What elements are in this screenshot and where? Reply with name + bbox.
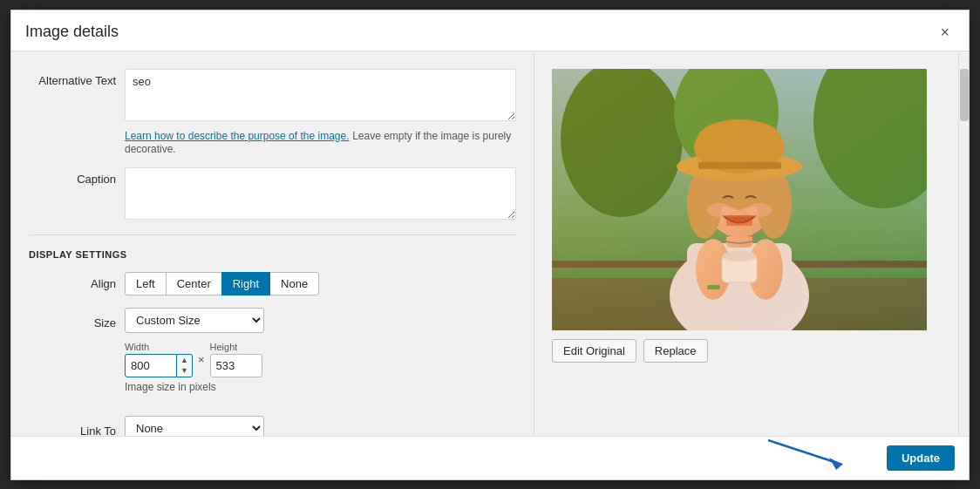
modal-overlay: Image details × Alternative Text seo Lea… <box>0 0 980 489</box>
alt-text-label: Alternative Text <box>29 69 125 87</box>
width-wrap: Width ▲ ▼ <box>125 342 193 377</box>
size-select[interactable]: Custom Size Thumbnail Medium Large Full … <box>125 308 264 333</box>
modal-close-button[interactable]: × <box>935 23 955 42</box>
replace-button[interactable]: Replace <box>643 339 708 363</box>
caption-input-wrap <box>125 167 516 222</box>
update-button[interactable]: Update <box>887 445 955 471</box>
dimensions-field-row: Width ▲ ▼ × <box>29 342 516 404</box>
modal-right-panel: Edit Original Replace <box>534 51 958 436</box>
image-preview-inner <box>552 69 927 330</box>
link-to-select-wrap: None Media File Attachment Page Custom U… <box>125 416 516 436</box>
modal-right-scroll: Edit Original Replace <box>534 51 969 436</box>
align-left-button[interactable]: Left <box>125 272 167 295</box>
align-field-row: Align Left Center Right None <box>29 272 516 295</box>
align-center-button[interactable]: Center <box>166 272 222 295</box>
image-preview <box>552 69 927 330</box>
width-label: Width <box>125 342 193 352</box>
section-divider <box>29 234 516 235</box>
arrow-annotation-svg <box>759 431 864 475</box>
size-field-row: Size Custom Size Thumbnail Medium Large … <box>29 308 516 333</box>
image-details-modal: Image details × Alternative Text seo Lea… <box>10 10 970 480</box>
display-settings-heading: DISPLAY SETTINGS <box>29 249 516 260</box>
width-input[interactable] <box>125 354 177 377</box>
align-buttons-wrap: Left Center Right None <box>125 272 516 295</box>
width-up-button[interactable]: ▲ <box>177 355 192 366</box>
size-label: Size <box>29 311 125 329</box>
alt-text-input-wrap: seo Learn how to describe the purpose of… <box>125 69 516 155</box>
dimensions-separator: × <box>198 353 205 366</box>
align-label: Align <box>29 272 125 290</box>
dimensions-label-spacer <box>29 342 125 347</box>
align-none-button[interactable]: None <box>269 272 319 295</box>
scrollbar-thumb[interactable] <box>960 69 969 121</box>
modal-body: Alternative Text seo Learn how to descri… <box>11 51 969 436</box>
dimensions-row: Width ▲ ▼ × <box>125 342 516 377</box>
link-to-label: Link To <box>29 419 125 436</box>
scrollbar-track[interactable] <box>958 51 969 436</box>
modal-header: Image details × <box>11 10 969 51</box>
dimensions-input-wrap: Width ▲ ▼ × <box>125 342 516 404</box>
modal-left-panel: Alternative Text seo Learn how to descri… <box>11 51 534 436</box>
caption-field-row: Caption <box>29 167 516 222</box>
svg-marker-29 <box>829 458 842 470</box>
link-to-select[interactable]: None Media File Attachment Page Custom U… <box>125 416 264 436</box>
align-right-button[interactable]: Right <box>221 272 270 295</box>
alt-text-help-link[interactable]: Learn how to describe the purpose of the… <box>125 130 350 142</box>
modal-title: Image details <box>25 23 119 41</box>
caption-input[interactable] <box>125 167 516 220</box>
height-input[interactable] <box>210 354 262 377</box>
svg-rect-27 <box>552 69 927 330</box>
image-actions: Edit Original Replace <box>552 339 941 363</box>
modal-footer: Update <box>11 436 969 479</box>
pixels-note: Image size in pixels <box>125 381 516 393</box>
preview-image-svg <box>552 69 927 330</box>
alt-text-field-row: Alternative Text seo Learn how to descri… <box>29 69 516 155</box>
size-select-wrap: Custom Size Thumbnail Medium Large Full … <box>125 308 516 333</box>
alt-text-input[interactable]: seo <box>125 69 516 121</box>
height-label: Height <box>210 342 262 352</box>
width-spinners: ▲ ▼ <box>177 354 193 377</box>
height-wrap: Height <box>210 342 262 377</box>
caption-label: Caption <box>29 167 125 186</box>
link-to-field-row: Link To None Media File Attachment Page … <box>29 416 516 436</box>
edit-original-button[interactable]: Edit Original <box>552 339 636 363</box>
width-input-group: ▲ ▼ <box>125 354 193 377</box>
width-down-button[interactable]: ▼ <box>177 365 192 377</box>
align-buttons-group: Left Center Right None <box>125 272 516 295</box>
